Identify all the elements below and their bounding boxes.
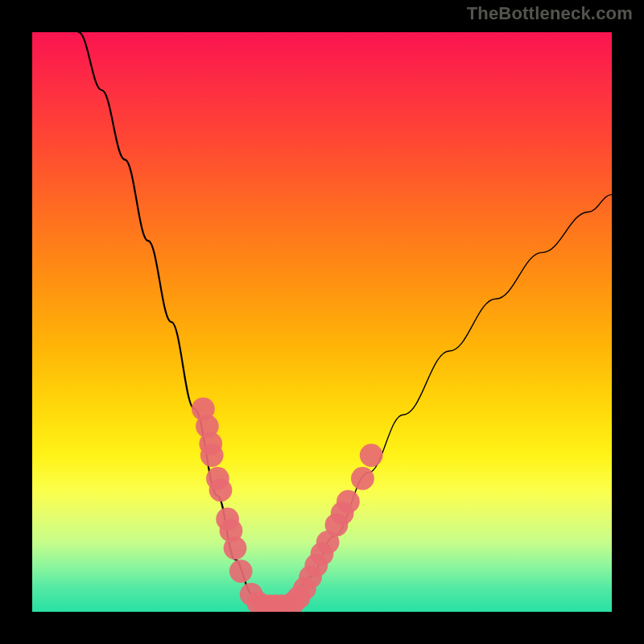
plot-area — [32, 32, 612, 612]
svg-point-8 — [224, 536, 247, 559]
curve-layer — [32, 32, 612, 612]
curve-left — [79, 32, 270, 606]
markers — [192, 398, 383, 612]
svg-point-26 — [336, 490, 360, 514]
svg-point-3 — [200, 444, 224, 467]
svg-point-5 — [209, 478, 233, 502]
svg-point-9 — [229, 559, 253, 583]
watermark: TheBottleneck.com — [467, 3, 633, 24]
svg-point-27 — [351, 467, 374, 490]
chart-frame: TheBottleneck.com — [0, 0, 644, 644]
svg-point-28 — [360, 444, 383, 467]
